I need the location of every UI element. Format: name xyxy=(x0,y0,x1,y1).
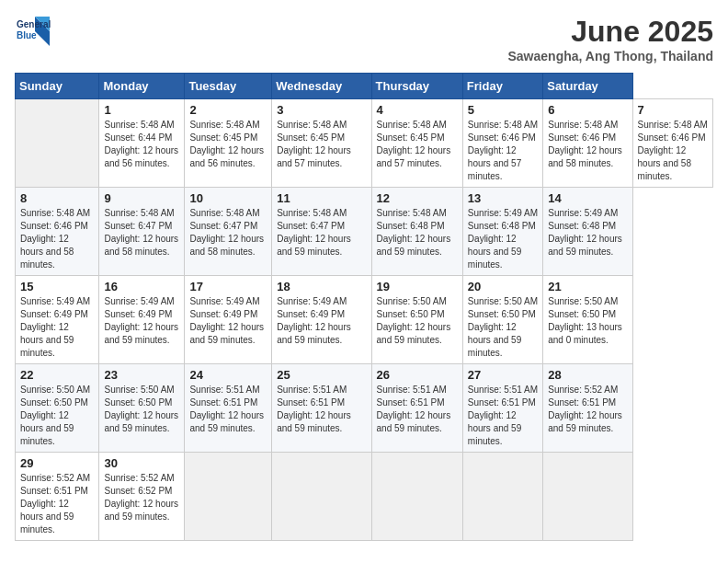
calendar-cell: 7Sunrise: 5:48 AMSunset: 6:46 PMDaylight… xyxy=(632,99,712,188)
day-number: 23 xyxy=(104,368,179,382)
day-number: 7 xyxy=(638,103,708,117)
calendar-week-row: 15Sunrise: 5:49 AMSunset: 6:49 PMDayligh… xyxy=(16,276,713,364)
day-info: Sunrise: 5:49 AMSunset: 6:48 PMDaylight:… xyxy=(548,207,627,259)
day-info: Sunrise: 5:49 AMSunset: 6:49 PMDaylight:… xyxy=(277,295,366,347)
day-info: Sunrise: 5:48 AMSunset: 6:45 PMDaylight:… xyxy=(377,119,458,170)
header-saturday: Saturday xyxy=(543,74,632,99)
day-number: 27 xyxy=(468,368,538,382)
day-info: Sunrise: 5:50 AMSunset: 6:50 PMDaylight:… xyxy=(104,384,179,435)
day-info: Sunrise: 5:49 AMSunset: 6:48 PMDaylight:… xyxy=(468,207,538,271)
calendar-cell: 16Sunrise: 5:49 AMSunset: 6:49 PMDayligh… xyxy=(99,276,185,364)
day-info: Sunrise: 5:51 AMSunset: 6:51 PMDaylight:… xyxy=(468,384,538,448)
header-wednesday: Wednesday xyxy=(272,74,371,99)
day-info: Sunrise: 5:49 AMSunset: 6:49 PMDaylight:… xyxy=(104,295,179,347)
day-info: Sunrise: 5:51 AMSunset: 6:51 PMDaylight:… xyxy=(277,384,366,435)
calendar-header-row: SundayMondayTuesdayWednesdayThursdayFrid… xyxy=(16,74,713,99)
day-number: 22 xyxy=(20,368,94,382)
calendar-cell: 19Sunrise: 5:50 AMSunset: 6:50 PMDayligh… xyxy=(371,276,462,364)
day-info: Sunrise: 5:50 AMSunset: 6:50 PMDaylight:… xyxy=(20,384,94,448)
day-info: Sunrise: 5:48 AMSunset: 6:46 PMDaylight:… xyxy=(638,119,708,183)
day-number: 25 xyxy=(277,368,366,382)
day-info: Sunrise: 5:52 AMSunset: 6:51 PMDaylight:… xyxy=(20,472,94,536)
day-number: 18 xyxy=(277,280,366,293)
calendar-cell: 1Sunrise: 5:48 AMSunset: 6:44 PMDaylight… xyxy=(99,99,185,188)
calendar-cell xyxy=(462,453,542,541)
day-info: Sunrise: 5:49 AMSunset: 6:49 PMDaylight:… xyxy=(20,295,94,360)
calendar-cell xyxy=(272,453,371,541)
day-info: Sunrise: 5:48 AMSunset: 6:46 PMDaylight:… xyxy=(548,119,627,170)
day-info: Sunrise: 5:52 AMSunset: 6:52 PMDaylight:… xyxy=(104,472,179,523)
day-info: Sunrise: 5:48 AMSunset: 6:47 PMDaylight:… xyxy=(277,207,366,259)
day-number: 24 xyxy=(189,368,267,382)
calendar-cell: 6Sunrise: 5:48 AMSunset: 6:46 PMDaylight… xyxy=(543,99,632,188)
day-info: Sunrise: 5:49 AMSunset: 6:49 PMDaylight:… xyxy=(189,295,267,347)
day-number: 11 xyxy=(277,191,366,205)
calendar-cell xyxy=(16,99,99,188)
day-info: Sunrise: 5:48 AMSunset: 6:45 PMDaylight:… xyxy=(189,119,267,170)
calendar-cell: 8Sunrise: 5:48 AMSunset: 6:46 PMDaylight… xyxy=(16,188,99,276)
day-number: 5 xyxy=(468,103,538,117)
day-number: 4 xyxy=(377,103,458,117)
day-info: Sunrise: 5:51 AMSunset: 6:51 PMDaylight:… xyxy=(189,384,267,435)
calendar-cell: 3Sunrise: 5:48 AMSunset: 6:45 PMDaylight… xyxy=(272,99,371,188)
svg-text:Blue: Blue xyxy=(17,30,37,40)
calendar-week-row: 22Sunrise: 5:50 AMSunset: 6:50 PMDayligh… xyxy=(16,364,713,453)
header-thursday: Thursday xyxy=(371,74,462,99)
calendar-cell xyxy=(185,453,272,541)
day-number: 15 xyxy=(20,280,94,293)
logo: General Blue xyxy=(15,15,55,48)
location-subtitle: Sawaengha, Ang Thong, Thailand xyxy=(508,49,714,63)
calendar-cell: 17Sunrise: 5:49 AMSunset: 6:49 PMDayligh… xyxy=(185,276,272,364)
day-number: 19 xyxy=(377,280,458,293)
calendar-cell: 15Sunrise: 5:49 AMSunset: 6:49 PMDayligh… xyxy=(16,276,99,364)
day-number: 10 xyxy=(189,191,267,205)
day-info: Sunrise: 5:48 AMSunset: 6:47 PMDaylight:… xyxy=(104,207,179,259)
day-info: Sunrise: 5:52 AMSunset: 6:51 PMDaylight:… xyxy=(548,384,627,435)
header-tuesday: Tuesday xyxy=(185,74,272,99)
month-title: June 2025 xyxy=(508,15,714,49)
title-block: June 2025 Sawaengha, Ang Thong, Thailand xyxy=(508,15,714,63)
day-number: 3 xyxy=(277,103,366,117)
calendar-cell: 27Sunrise: 5:51 AMSunset: 6:51 PMDayligh… xyxy=(462,364,542,453)
day-number: 30 xyxy=(104,456,179,470)
calendar-cell xyxy=(371,453,462,541)
calendar-cell: 12Sunrise: 5:48 AMSunset: 6:48 PMDayligh… xyxy=(371,188,462,276)
day-number: 16 xyxy=(104,280,179,293)
day-info: Sunrise: 5:51 AMSunset: 6:51 PMDaylight:… xyxy=(377,384,458,435)
header-friday: Friday xyxy=(462,74,542,99)
day-number: 28 xyxy=(548,368,627,382)
calendar-cell: 4Sunrise: 5:48 AMSunset: 6:45 PMDaylight… xyxy=(371,99,462,188)
calendar-cell: 25Sunrise: 5:51 AMSunset: 6:51 PMDayligh… xyxy=(272,364,371,453)
calendar-table: SundayMondayTuesdayWednesdayThursdayFrid… xyxy=(15,73,713,541)
day-number: 21 xyxy=(548,280,627,293)
calendar-cell: 13Sunrise: 5:49 AMSunset: 6:48 PMDayligh… xyxy=(462,188,542,276)
calendar-cell: 14Sunrise: 5:49 AMSunset: 6:48 PMDayligh… xyxy=(543,188,632,276)
calendar-cell: 2Sunrise: 5:48 AMSunset: 6:45 PMDaylight… xyxy=(185,99,272,188)
day-number: 20 xyxy=(468,280,538,293)
day-info: Sunrise: 5:50 AMSunset: 6:50 PMDaylight:… xyxy=(468,295,538,360)
day-info: Sunrise: 5:48 AMSunset: 6:44 PMDaylight:… xyxy=(104,119,179,170)
calendar-cell: 29Sunrise: 5:52 AMSunset: 6:51 PMDayligh… xyxy=(16,453,99,541)
day-number: 1 xyxy=(104,103,179,117)
day-number: 13 xyxy=(468,191,538,205)
calendar-cell: 11Sunrise: 5:48 AMSunset: 6:47 PMDayligh… xyxy=(272,188,371,276)
day-number: 6 xyxy=(548,103,627,117)
calendar-cell: 10Sunrise: 5:48 AMSunset: 6:47 PMDayligh… xyxy=(185,188,272,276)
day-info: Sunrise: 5:50 AMSunset: 6:50 PMDaylight:… xyxy=(548,295,627,347)
day-info: Sunrise: 5:50 AMSunset: 6:50 PMDaylight:… xyxy=(377,295,458,347)
day-info: Sunrise: 5:48 AMSunset: 6:45 PMDaylight:… xyxy=(277,119,366,170)
day-number: 29 xyxy=(20,456,94,470)
day-number: 14 xyxy=(548,191,627,205)
calendar-cell: 30Sunrise: 5:52 AMSunset: 6:52 PMDayligh… xyxy=(99,453,185,541)
day-info: Sunrise: 5:48 AMSunset: 6:46 PMDaylight:… xyxy=(468,119,538,183)
calendar-cell: 18Sunrise: 5:49 AMSunset: 6:49 PMDayligh… xyxy=(272,276,371,364)
calendar-cell: 5Sunrise: 5:48 AMSunset: 6:46 PMDaylight… xyxy=(462,99,542,188)
calendar-cell xyxy=(543,453,632,541)
day-number: 9 xyxy=(104,191,179,205)
day-number: 8 xyxy=(20,191,94,205)
calendar-cell: 23Sunrise: 5:50 AMSunset: 6:50 PMDayligh… xyxy=(99,364,185,453)
calendar-cell: 28Sunrise: 5:52 AMSunset: 6:51 PMDayligh… xyxy=(543,364,632,453)
day-info: Sunrise: 5:48 AMSunset: 6:47 PMDaylight:… xyxy=(189,207,267,259)
day-number: 2 xyxy=(189,103,267,117)
calendar-cell: 9Sunrise: 5:48 AMSunset: 6:47 PMDaylight… xyxy=(99,188,185,276)
